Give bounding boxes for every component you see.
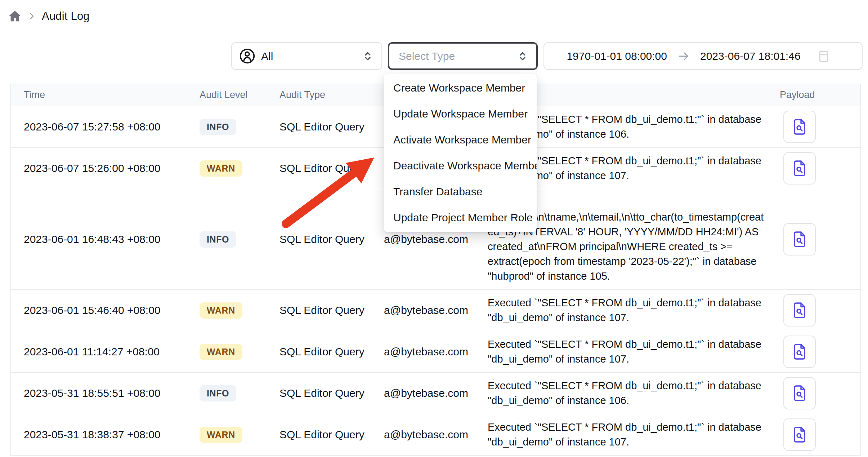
actor-cell: a@bytebase.com bbox=[384, 429, 488, 441]
column-header-time: Time bbox=[11, 89, 200, 101]
payload-button[interactable] bbox=[783, 223, 816, 256]
audit-level-badge: INFO bbox=[200, 385, 236, 401]
table-row: 2023-06-01 11:14:27 +08:00 WARN SQL Edit… bbox=[11, 331, 860, 373]
payload-button[interactable] bbox=[783, 336, 816, 368]
actor-cell: a@bytebase.com bbox=[384, 304, 488, 316]
payload-cell bbox=[769, 152, 860, 185]
chevrons-up-down-icon bbox=[517, 50, 528, 62]
breadcrumb: Audit Log bbox=[8, 9, 90, 23]
file-search-icon bbox=[791, 118, 808, 136]
payload-cell bbox=[769, 377, 860, 409]
audit-level-cell: WARN bbox=[200, 344, 279, 360]
audit-type-cell: SQL Editor Query bbox=[279, 387, 384, 399]
file-search-icon bbox=[791, 302, 808, 319]
table-row: 2023-05-31 18:38:37 +08:00 WARN SQL Edit… bbox=[11, 414, 860, 456]
table-row: 2023-06-01 15:46:40 +08:00 WARN SQL Edit… bbox=[11, 290, 860, 331]
payload-button[interactable] bbox=[783, 418, 816, 451]
actor-cell: a@bytebase.com bbox=[384, 233, 488, 245]
menu-item-update-project-member-role[interactable]: Update Project Member Role bbox=[384, 205, 537, 231]
time-cell: 2023-06-07 15:26:00 +08:00 bbox=[11, 162, 200, 174]
home-icon[interactable] bbox=[8, 9, 22, 23]
audit-type-cell: SQL Editor Query bbox=[279, 162, 384, 174]
type-filter-placeholder: Select Type bbox=[399, 50, 511, 62]
file-search-icon bbox=[791, 231, 808, 248]
time-cell: 2023-06-01 11:14:27 +08:00 bbox=[11, 346, 200, 358]
audit-level-cell: INFO bbox=[200, 385, 279, 401]
audit-level-cell: WARN bbox=[200, 302, 279, 319]
menu-item-create-workspace-member[interactable]: Create Workspace Member bbox=[384, 75, 537, 101]
payload-cell bbox=[769, 111, 860, 143]
comment-cell: Executed `"SELECT * FROM db_ui_demo.t1;"… bbox=[488, 414, 769, 455]
file-search-icon bbox=[791, 426, 808, 443]
menu-item-activate-workspace-member[interactable]: Activate Workspace Member bbox=[384, 127, 537, 153]
audit-log-page: Audit Log All Select Type 1970-01-01 08:… bbox=[0, 0, 868, 457]
menu-item-deactivate-workspace-member[interactable]: Deactivate Workspace Member bbox=[384, 153, 537, 179]
audit-level-cell: INFO bbox=[200, 231, 279, 248]
payload-cell bbox=[769, 294, 860, 327]
payload-cell bbox=[769, 418, 860, 451]
payload-button[interactable] bbox=[783, 152, 816, 185]
date-range-picker[interactable]: 1970-01-01 08:00:00 2023-06-07 18:01:46 bbox=[543, 42, 863, 70]
audit-level-badge: WARN bbox=[200, 302, 242, 319]
comment-cell: Executed `"SELECT * FROM db_ui_demo.t1;"… bbox=[488, 373, 769, 414]
calendar-icon bbox=[816, 49, 831, 63]
audit-level-cell: WARN bbox=[200, 427, 279, 443]
time-cell: 2023-06-01 16:48:43 +08:00 bbox=[11, 233, 200, 245]
menu-item-transfer-database[interactable]: Transfer Database bbox=[384, 179, 537, 205]
actor-cell: a@bytebase.com bbox=[384, 346, 488, 358]
table-row: 2023-05-31 18:55:51 +08:00 INFO SQL Edit… bbox=[11, 373, 860, 414]
actor-filter-value: All bbox=[261, 50, 356, 62]
file-search-icon bbox=[791, 160, 808, 177]
payload-button[interactable] bbox=[783, 377, 816, 409]
date-range-end[interactable]: 2023-06-07 18:01:46 bbox=[700, 50, 801, 62]
payload-cell bbox=[769, 336, 860, 368]
audit-level-badge: WARN bbox=[200, 160, 242, 177]
file-search-icon bbox=[791, 385, 808, 402]
time-cell: 2023-06-07 15:27:58 +08:00 bbox=[11, 121, 200, 133]
audit-level-badge: WARN bbox=[200, 344, 242, 360]
audit-level-badge: INFO bbox=[200, 119, 236, 135]
payload-button[interactable] bbox=[783, 294, 816, 327]
audit-type-cell: SQL Editor Query bbox=[279, 304, 384, 316]
audit-level-badge: WARN bbox=[200, 427, 242, 443]
type-filter-select[interactable]: Select Type bbox=[388, 42, 538, 70]
file-search-icon bbox=[791, 343, 808, 360]
actor-filter-select[interactable]: All bbox=[231, 42, 382, 70]
audit-level-badge: INFO bbox=[200, 231, 236, 248]
comment-cell: Executed `"SELECT * FROM db_ui_demo.t1;"… bbox=[488, 290, 769, 331]
type-filter-dropdown-menu: Create Workspace Member Update Workspace… bbox=[384, 74, 537, 232]
chevron-right-icon bbox=[27, 12, 36, 21]
audit-type-cell: SQL Editor Query bbox=[279, 429, 384, 441]
time-cell: 2023-05-31 18:55:51 +08:00 bbox=[11, 387, 200, 399]
actor-cell: a@bytebase.com bbox=[384, 387, 488, 399]
column-header-audit-level: Audit Level bbox=[200, 89, 279, 101]
audit-level-cell: INFO bbox=[200, 119, 279, 135]
audit-type-cell: SQL Editor Query bbox=[279, 346, 384, 358]
chevrons-up-down-icon bbox=[362, 50, 373, 62]
column-header-payload: Payload bbox=[769, 89, 860, 101]
audit-type-cell: SQL Editor Query bbox=[279, 121, 384, 133]
audit-type-cell: SQL Editor Query bbox=[279, 233, 384, 245]
payload-cell bbox=[769, 223, 860, 256]
time-cell: 2023-05-31 18:38:37 +08:00 bbox=[11, 429, 200, 441]
page-title: Audit Log bbox=[42, 10, 90, 23]
arrow-right-icon bbox=[677, 50, 690, 63]
menu-item-update-workspace-member[interactable]: Update Workspace Member bbox=[384, 101, 537, 127]
time-cell: 2023-06-01 15:46:40 +08:00 bbox=[11, 304, 200, 316]
column-header-audit-type: Audit Type bbox=[279, 89, 384, 101]
audit-level-cell: WARN bbox=[200, 160, 279, 177]
payload-button[interactable] bbox=[783, 111, 816, 143]
comment-cell: Executed `"SELECT * FROM db_ui_demo.t1;"… bbox=[488, 331, 769, 372]
date-range-start[interactable]: 1970-01-01 08:00:00 bbox=[567, 50, 667, 62]
user-circle-icon bbox=[239, 48, 255, 64]
filter-bar: All Select Type 1970-01-01 08:00:00 2023… bbox=[231, 42, 863, 70]
